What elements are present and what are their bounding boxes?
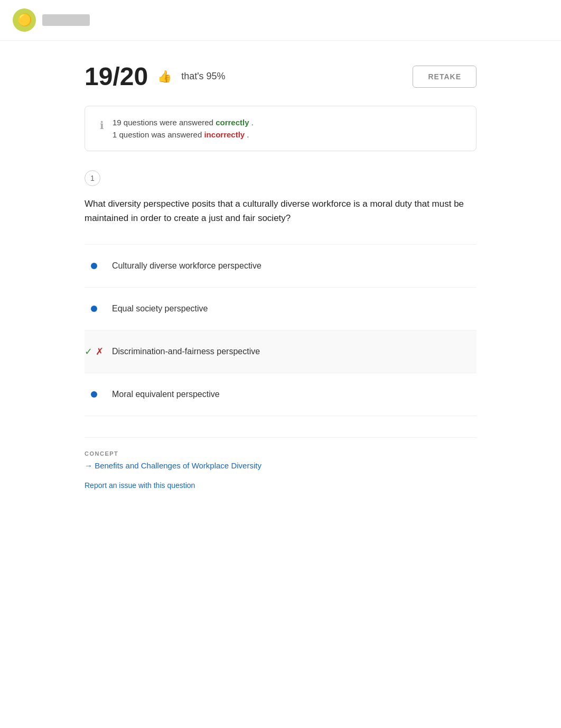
question-number-badge: 1 [85, 170, 100, 186]
question-text: What diversity perspective posits that a… [85, 197, 476, 225]
correct-count: 19 [113, 118, 121, 127]
report-link[interactable]: Report an issue with this question [85, 481, 195, 490]
page-wrapper: 🟡 19/20 👍 that's 95% RETAKE ℹ 19 questio… [0, 0, 561, 728]
dot-icon-2 [91, 306, 97, 312]
concept-arrow: → [85, 461, 92, 470]
incorrect-label: question was answered [119, 130, 204, 139]
concept-section: CONCEPT → Benefits and Challenges of Wor… [85, 437, 476, 471]
score-fraction: 19/20 [85, 62, 148, 91]
option-indicator-4 [85, 385, 104, 404]
correct-label: questions were answered [124, 118, 216, 127]
option-text-1: Culturally diverse workforce perspective [112, 260, 261, 272]
dot-icon-4 [91, 391, 97, 398]
summary-box: ℹ 19 questions were answered correctly .… [85, 106, 476, 151]
correct-summary-line: 19 questions were answered correctly . [113, 118, 254, 127]
option-icons-3: ✓ ✗ [85, 346, 104, 357]
retake-button[interactable]: RETAKE [413, 66, 476, 88]
answer-option-1[interactable]: Culturally diverse workforce perspective [85, 244, 476, 288]
answer-option-4[interactable]: Moral equivalent perspective [85, 373, 476, 416]
answer-option-3[interactable]: ✓ ✗ Discrimination-and-fairness perspect… [85, 330, 476, 373]
option-text-3: Discrimination-and-fairness perspective [112, 345, 260, 358]
incorrect-count: 1 [113, 130, 117, 139]
option-text-4: Moral equivalent perspective [112, 388, 220, 401]
x-icon: ✗ [96, 346, 104, 357]
option-indicator-2 [85, 299, 104, 318]
info-icon: ℹ [100, 119, 104, 132]
score-row: 19/20 👍 that's 95% RETAKE [85, 62, 476, 91]
header: 🟡 [0, 0, 561, 41]
score-left: 19/20 👍 that's 95% [85, 62, 226, 91]
option-text-2: Equal society perspective [112, 302, 208, 315]
dot-icon-1 [91, 263, 97, 269]
score-emoji: 👍 [157, 70, 172, 84]
score-percent: that's 95% [181, 71, 226, 82]
incorrect-period: . [247, 130, 249, 139]
main-content: 19/20 👍 that's 95% RETAKE ℹ 19 questions… [0, 41, 561, 511]
option-indicator-3: ✓ ✗ [85, 342, 104, 361]
incorrect-status: incorrectly [204, 130, 245, 139]
summary-lines: 19 questions were answered correctly . 1… [113, 118, 254, 139]
concept-link[interactable]: → Benefits and Challenges of Workplace D… [85, 461, 261, 470]
correct-status: correctly [216, 118, 249, 127]
option-indicator-1 [85, 256, 104, 275]
concept-label: CONCEPT [85, 450, 476, 457]
logo-icon: 🟡 [13, 8, 36, 32]
logo-text [42, 14, 90, 26]
correct-period: . [251, 118, 254, 127]
incorrect-summary-line: 1 question was answered incorrectly . [113, 130, 254, 139]
answer-options: Culturally diverse workforce perspective… [85, 244, 476, 416]
check-icon: ✓ [85, 346, 92, 357]
answer-option-2[interactable]: Equal society perspective [85, 288, 476, 330]
concept-link-text: Benefits and Challenges of Workplace Div… [95, 461, 261, 470]
